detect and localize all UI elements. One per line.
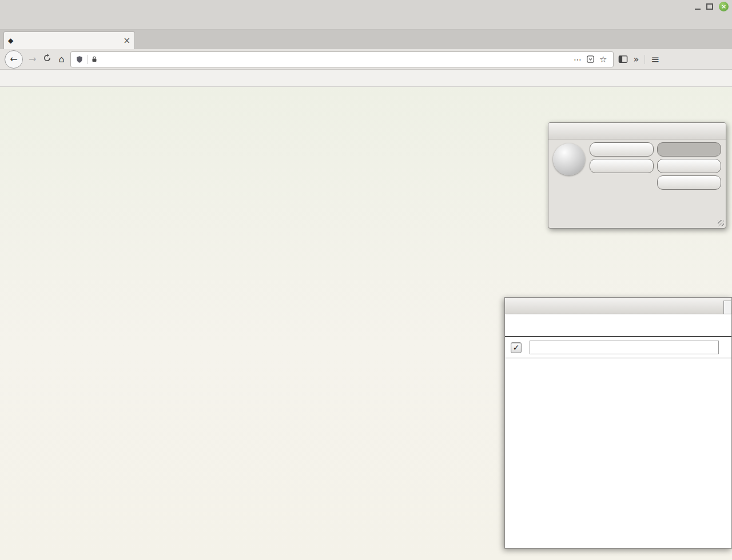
- control-panel: ✓: [504, 297, 732, 549]
- line-button[interactable]: [657, 175, 721, 190]
- forward-button[interactable]: →: [27, 54, 37, 65]
- color-swatches: [590, 175, 654, 189]
- home-button[interactable]: ⌂: [57, 54, 65, 65]
- reload-button[interactable]: [42, 54, 53, 65]
- select-all-checkbox[interactable]: ✓: [511, 342, 522, 353]
- browser-window: × ◆ × ← → ⌂ ⋯ ☆ » ≡: [0, 0, 732, 560]
- tracking-shield-icon[interactable]: [75, 55, 83, 63]
- areas-list: [505, 358, 731, 358]
- back-button[interactable]: ←: [5, 50, 23, 69]
- url-divider: [87, 55, 87, 64]
- control-panel-tabs: [505, 314, 731, 337]
- url-bar[interactable]: ⋯ ☆: [70, 51, 614, 67]
- overflow-chevrons-icon[interactable]: »: [632, 54, 640, 65]
- browser-tab[interactable]: ◆ ×: [3, 31, 135, 49]
- yandex-layer-button[interactable]: [657, 142, 721, 157]
- pocket-icon[interactable]: [586, 55, 595, 63]
- search-input[interactable]: [530, 341, 719, 354]
- site-favicon: ◆: [8, 37, 13, 45]
- bookmarks-bar: [0, 70, 732, 87]
- osmr-layer-button[interactable]: [657, 159, 721, 173]
- menu-bar: [0, 15, 732, 30]
- marker-tool-button[interactable]: [553, 143, 585, 175]
- control-panel-titlebar[interactable]: [505, 298, 731, 314]
- window-minimize-button[interactable]: [695, 3, 701, 10]
- map-toolbar: [0, 90, 732, 125]
- bookmark-star-icon[interactable]: ☆: [598, 54, 608, 65]
- nav-divider: [645, 55, 645, 64]
- search-row: ✓: [505, 337, 731, 358]
- resize-handle[interactable]: [718, 220, 724, 226]
- map-canvas[interactable]: ✓: [0, 87, 732, 560]
- page-actions-icon[interactable]: ⋯: [572, 55, 583, 64]
- tab-close-icon[interactable]: ×: [123, 37, 130, 45]
- lock-icon: [91, 55, 98, 63]
- measure-panel-titlebar[interactable]: [548, 123, 726, 139]
- clear-button[interactable]: [590, 142, 654, 157]
- hide-button[interactable]: [590, 159, 654, 173]
- window-maximize-button[interactable]: [706, 3, 713, 10]
- tab-bar: ◆ ×: [0, 30, 732, 49]
- control-panel-edge-button[interactable]: [723, 301, 731, 314]
- measure-panel: [548, 122, 726, 229]
- window-close-button[interactable]: ×: [719, 2, 729, 11]
- hamburger-menu-icon[interactable]: ≡: [650, 53, 661, 65]
- sidebar-toggle-icon[interactable]: [618, 54, 628, 64]
- window-titlebar: ×: [0, 0, 732, 15]
- navigation-bar: ← → ⌂ ⋯ ☆ » ≡: [0, 49, 732, 70]
